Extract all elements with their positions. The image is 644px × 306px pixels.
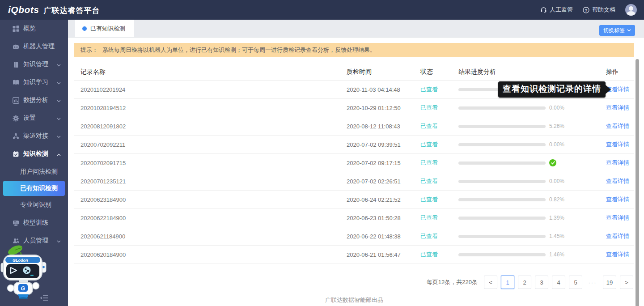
qc-time: 2020-07-02 02:26:51 xyxy=(347,178,420,185)
action-cell: 查看详情 xyxy=(606,196,634,204)
record-name: 20201028194512 xyxy=(80,105,347,111)
sidebar-subitem-professional-word-recognition[interactable]: 专业词识别 xyxy=(0,196,68,214)
status-badge: 已查看 xyxy=(420,196,458,204)
sidebar-item-channel-integration[interactable]: 渠道对接 xyxy=(0,127,68,145)
table-row: 20201028194512 2020-10-29 01:12:50 已查看 0… xyxy=(74,99,634,117)
gear-icon xyxy=(13,115,19,122)
progress-bar xyxy=(458,198,546,201)
user-avatar[interactable] xyxy=(625,4,637,16)
main-content: 已有知识检测 切换标签 提示： 系统每周日晚将以机器人为单位，进行已有知识检测；… xyxy=(68,20,644,306)
sidebar: 概览 机器人管理 知识管理 知识学习 数据分析 设置 xyxy=(0,20,68,306)
sidebar-subitem-existing-knowledge-detection[interactable]: 已有知识检测 xyxy=(3,181,65,196)
progress-cell: 0.00% xyxy=(458,141,606,148)
view-detail-link[interactable]: 查看详情 xyxy=(606,233,629,239)
open-book-icon xyxy=(13,79,19,86)
view-detail-link[interactable]: 查看详情 xyxy=(606,159,629,166)
sidebar-item-model-training[interactable]: 模型训练 xyxy=(0,214,68,232)
sidebar-collapse-icon[interactable] xyxy=(40,294,50,302)
qc-time: 2020-08-12 11:08:43 xyxy=(347,123,420,130)
chevron-down-icon xyxy=(57,97,61,104)
view-detail-link[interactable]: 查看详情 xyxy=(606,251,629,258)
sidebar-item-data-analysis[interactable]: 数据分析 xyxy=(0,91,68,109)
status-badge: 已查看 xyxy=(420,232,458,240)
chevron-down-icon xyxy=(57,61,61,68)
grid-icon xyxy=(13,26,19,32)
tab-bar: 已有知识检测 切换标签 xyxy=(68,20,644,38)
col-record-name: 记录名称 xyxy=(80,68,347,76)
record-name: 20200621184900 xyxy=(80,233,347,240)
progress-bar xyxy=(458,217,546,220)
vertical-scrollbar[interactable] xyxy=(636,59,639,306)
sidebar-item-knowledge-learning[interactable]: 知识学习 xyxy=(0,73,68,91)
sidebar-item-robot-management[interactable]: 机器人管理 xyxy=(0,38,68,55)
progress-percent: 5.26% xyxy=(549,123,564,129)
table-row: 20200702091715 2020-07-02 09:17:15 已查看 查… xyxy=(74,154,634,172)
tab-active-dot-icon xyxy=(82,26,87,31)
qc-time: 2020-06-22 01:48:38 xyxy=(347,233,420,240)
record-name: 20200623184900 xyxy=(80,196,347,203)
table-row: 20200701235121 2020-07-02 02:26:51 已查看 0… xyxy=(74,172,634,191)
view-detail-link[interactable]: 查看详情 xyxy=(606,141,629,148)
progress-bar xyxy=(458,106,546,110)
share-nodes-icon xyxy=(13,133,19,140)
sidebar-item-personnel-management[interactable]: 人员管理 xyxy=(0,232,68,250)
page-button-2[interactable]: 2 xyxy=(518,276,531,289)
sidebar-item-overview[interactable]: 概览 xyxy=(0,20,68,38)
view-detail-link[interactable]: 查看详情 xyxy=(606,214,629,221)
help-docs-link[interactable]: ? 帮助文档 xyxy=(583,6,615,14)
status-badge: 已查看 xyxy=(420,251,458,259)
action-cell: 查看详情 xyxy=(606,159,634,167)
sidebar-subitem-user-question-detection[interactable]: 用户问法检测 xyxy=(0,163,68,181)
progress-cell: 1.39% xyxy=(458,215,606,221)
progress-bar xyxy=(458,253,546,256)
progress-cell: 0.00% xyxy=(458,105,606,111)
bar-chart-icon xyxy=(13,97,19,104)
page-button-5[interactable]: 5 xyxy=(569,276,582,289)
page-ellipsis: ··· xyxy=(586,276,599,289)
next-page-button[interactable]: > xyxy=(620,276,633,289)
table-row: 20200621184900 2020-06-22 01:48:38 已查看 1… xyxy=(74,227,634,246)
progress-cell: 1.45% xyxy=(458,233,606,239)
notice-text: 系统每周日晚将以机器人为单位，进行已有知识检测；可于每周一进行质检记录查看分析，… xyxy=(102,46,376,54)
col-status: 状态 xyxy=(420,68,458,76)
mascot-robot-image: GLodon G xyxy=(0,244,58,299)
sidebar-item-knowledge-detection[interactable]: 知识检测 xyxy=(0,145,68,163)
logo-text: iQbots xyxy=(8,4,39,15)
app-title: 广联达睿答平台 xyxy=(44,5,100,16)
sidebar-item-knowledge-management[interactable]: 知识管理 xyxy=(0,55,68,73)
notice-label: 提示： xyxy=(80,46,98,54)
progress-cell: 5.26% xyxy=(458,123,606,129)
status-badge: 已查看 xyxy=(420,104,458,112)
prev-page-button[interactable]: < xyxy=(484,276,497,289)
switch-tags-button[interactable]: 切换标签 xyxy=(599,25,635,36)
svg-text:?: ? xyxy=(585,8,588,12)
progress-percent: 1.45% xyxy=(549,233,564,239)
sidebar-item-settings[interactable]: 设置 xyxy=(0,109,68,127)
headset-icon xyxy=(540,7,547,13)
progress-percent: 0.00% xyxy=(549,178,564,184)
status-badge: 已查看 xyxy=(420,122,458,130)
page-button-19[interactable]: 19 xyxy=(603,276,616,289)
record-name: 20200702092211 xyxy=(80,141,347,148)
page-button-3[interactable]: 3 xyxy=(535,276,548,289)
table-header: 记录名称 质检时间 状态 结果进度分析 操作 xyxy=(74,64,634,81)
col-progress: 结果进度分析 xyxy=(458,68,606,76)
top-navbar: iQbots 广联达睿答平台 人工监管 ? 帮助文档 xyxy=(0,0,644,20)
view-detail-link[interactable]: 查看详情 xyxy=(606,104,629,111)
qc-time: 2020-06-24 02:21:52 xyxy=(347,196,420,203)
qc-time: 2020-06-23 01:50:28 xyxy=(347,215,420,221)
chevron-down-icon xyxy=(57,79,61,86)
page-button-4[interactable]: 4 xyxy=(552,276,565,289)
tab-existing-knowledge-detection[interactable]: 已有知识检测 xyxy=(75,20,134,37)
qc-time: 2020-10-29 01:12:50 xyxy=(347,105,420,111)
progress-percent: 1.46% xyxy=(549,251,564,258)
progress-percent: 0.00% xyxy=(549,141,564,148)
complete-check-icon xyxy=(549,159,556,166)
view-detail-link[interactable]: 查看详情 xyxy=(606,196,629,203)
footer-text: 广联达数据智能部出品 xyxy=(74,296,634,304)
view-detail-link[interactable]: 查看详情 xyxy=(606,178,629,184)
detail-tooltip: 查看知识检测记录的详情 xyxy=(498,81,606,98)
view-detail-link[interactable]: 查看详情 xyxy=(606,123,629,129)
manual-supervision-link[interactable]: 人工监管 xyxy=(540,6,573,14)
page-button-1[interactable]: 1 xyxy=(501,276,514,289)
